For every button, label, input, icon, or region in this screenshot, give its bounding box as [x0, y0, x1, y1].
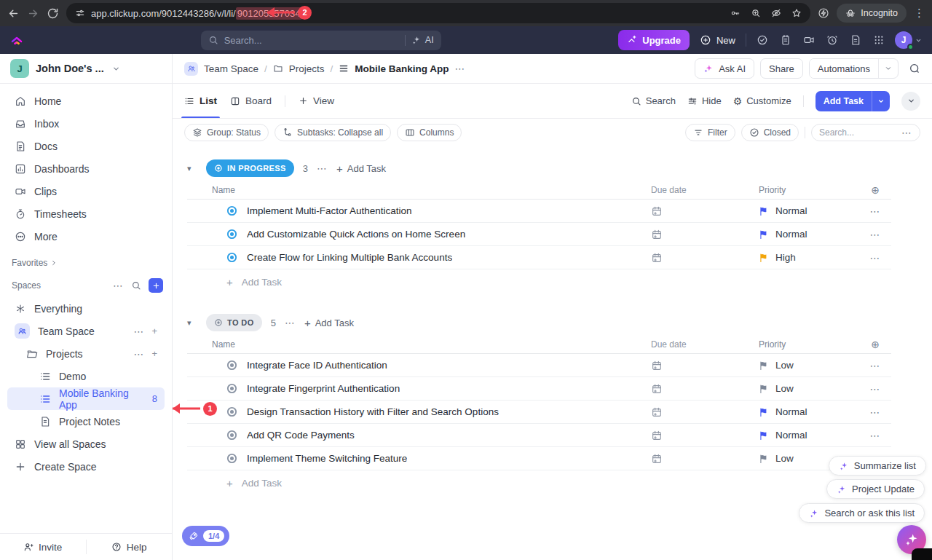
priority-label[interactable]: Normal	[775, 229, 807, 240]
sidebar-item-projects[interactable]: Projects ⋯+	[7, 342, 165, 365]
activity-icon[interactable]	[909, 63, 920, 74]
add-space-button[interactable]	[149, 278, 163, 293]
help-button[interactable]: Help	[87, 534, 173, 560]
breadcrumb-projects[interactable]: Projects	[289, 63, 325, 74]
status-circle[interactable]	[226, 453, 237, 464]
calendar-plus-icon[interactable]	[651, 252, 663, 264]
bookmark-star-icon[interactable]	[791, 8, 802, 18]
add-task-row[interactable]: +Add Task	[187, 269, 891, 294]
calendar-plus-icon[interactable]	[651, 453, 663, 465]
breadcrumb-list-name[interactable]: Mobile Banking App	[355, 63, 449, 74]
avatar[interactable]: J	[895, 31, 912, 49]
status-pill[interactable]: TO DO	[206, 314, 262, 331]
spaces-menu-icon[interactable]: ⋯	[113, 280, 124, 291]
col-due-date[interactable]: Due date	[636, 339, 744, 350]
sidebar-item-dashboards[interactable]: Dashboards	[7, 157, 165, 180]
status-circle[interactable]	[226, 406, 237, 417]
back-icon[interactable]	[7, 7, 20, 20]
add-task-button[interactable]: Add Task	[816, 91, 890, 111]
hide-button[interactable]: Hide	[687, 95, 722, 106]
status-circle[interactable]	[226, 360, 237, 371]
sidebar-item-timesheets[interactable]: Timesheets	[7, 202, 165, 225]
folder-add-icon[interactable]: +	[151, 348, 157, 359]
new-button[interactable]: New	[700, 34, 735, 46]
status-circle[interactable]	[226, 383, 237, 394]
search-or-ask-button[interactable]: Search or ask this list	[799, 503, 925, 523]
table-row[interactable]: Design Transaction History with Filter a…	[187, 401, 891, 424]
folder-menu-icon[interactable]: ⋯	[133, 349, 144, 359]
extension-bolt-icon[interactable]	[818, 7, 829, 19]
columns-pill[interactable]: Columns	[397, 124, 462, 141]
row-menu-icon[interactable]: ⋯	[870, 430, 881, 441]
tab-board[interactable]: Board	[230, 84, 272, 118]
calendar-plus-icon[interactable]	[651, 205, 663, 217]
priority-label[interactable]: Normal	[775, 430, 807, 441]
task-name[interactable]: Add Customizable Quick Actions on Home S…	[247, 229, 465, 240]
group-status-pill[interactable]: Group: Status	[184, 124, 269, 141]
table-row[interactable]: Add QR Code Payments Normal ⋯	[187, 424, 891, 447]
space-menu-icon[interactable]: ⋯	[133, 326, 144, 336]
breadcrumb-team-space[interactable]: Team Space	[204, 63, 258, 74]
group-menu-icon[interactable]: ⋯	[285, 318, 296, 328]
clip-video-icon[interactable]	[803, 34, 815, 46]
task-name[interactable]: Integrate Fingerprint Authentication	[247, 383, 400, 394]
reload-icon[interactable]	[47, 7, 59, 20]
status-pill[interactable]: IN PROGRESS	[206, 159, 294, 177]
priority-label[interactable]: Low	[775, 383, 794, 394]
ai-shortcut[interactable]: AI	[411, 35, 434, 45]
password-key-icon[interactable]	[730, 8, 741, 18]
notepad-icon[interactable]	[780, 34, 791, 46]
summarize-list-button[interactable]: Summarize list	[829, 456, 926, 476]
task-name[interactable]: Implement Multi-Factor Authentication	[247, 205, 412, 216]
global-search-input[interactable]	[224, 35, 399, 46]
add-task-dropdown[interactable]	[872, 91, 890, 111]
sidebar-item-clips[interactable]: Clips	[7, 180, 165, 202]
col-due-date[interactable]: Due date	[636, 185, 744, 195]
row-menu-icon[interactable]: ⋯	[870, 229, 881, 240]
priority-label[interactable]: Low	[775, 453, 794, 464]
group-add-task[interactable]: +Add Task	[336, 162, 386, 175]
view-search-button[interactable]: Search	[631, 95, 676, 106]
row-menu-icon[interactable]: ⋯	[870, 407, 881, 417]
collapse-group-icon[interactable]: ▾	[187, 318, 197, 328]
task-name[interactable]: Implement Theme Switching Feature	[247, 453, 407, 464]
reminder-clock-icon[interactable]	[826, 34, 838, 46]
table-row[interactable]: Integrate Fingerprint Authentication Low…	[187, 377, 891, 401]
status-circle[interactable]	[226, 252, 237, 263]
project-update-button[interactable]: Project Update	[826, 479, 925, 499]
col-priority[interactable]: Priority	[744, 185, 859, 195]
row-menu-icon[interactable]: ⋯	[870, 384, 881, 394]
calendar-plus-icon[interactable]	[651, 406, 663, 418]
row-menu-icon[interactable]: ⋯	[870, 253, 881, 263]
clickup-logo[interactable]	[10, 33, 23, 47]
customize-button[interactable]: ⚙ Customize	[733, 95, 791, 106]
add-task-row[interactable]: +Add Task	[187, 470, 891, 495]
sidebar-item-team-space[interactable]: Team Space ⋯+	[7, 320, 165, 342]
browser-menu-icon[interactable]: ⋮	[914, 7, 925, 20]
table-row[interactable]: Integrate Face ID Authentication Low ⋯	[187, 354, 891, 377]
sidebar-item-docs[interactable]: Docs	[7, 135, 165, 157]
space-add-icon[interactable]: +	[151, 326, 157, 336]
sidebar-item-project-notes[interactable]: Project Notes	[7, 410, 165, 433]
onboarding-progress-pill[interactable]: 1/4	[182, 526, 229, 546]
sidebar-item-demo[interactable]: Demo	[7, 365, 165, 387]
col-name[interactable]: Name	[212, 185, 636, 195]
table-row[interactable]: Add Customizable Quick Actions on Home S…	[187, 223, 891, 246]
priority-label[interactable]: Low	[775, 360, 794, 371]
automations-button[interactable]: Automations	[809, 58, 899, 79]
share-button[interactable]: Share	[760, 58, 803, 79]
upgrade-button[interactable]: Upgrade	[618, 30, 690, 50]
sidebar-item-view-all-spaces[interactable]: View all Spaces	[7, 433, 165, 455]
table-row[interactable]: Implement Multi-Factor Authentication No…	[187, 200, 891, 223]
global-search[interactable]: AI	[201, 31, 441, 50]
sidebar-item-everything[interactable]: Everything	[7, 297, 165, 320]
task-name[interactable]: Create Flow for Linking Multiple Bank Ac…	[247, 252, 452, 263]
automations-label[interactable]: Automations	[810, 59, 878, 78]
calendar-plus-icon[interactable]	[651, 430, 663, 441]
favorites-section[interactable]: Favorites	[0, 248, 172, 269]
add-column-icon[interactable]: ⊕	[859, 339, 891, 350]
col-name[interactable]: Name	[212, 339, 636, 350]
row-menu-icon[interactable]: ⋯	[870, 360, 881, 371]
docs-shortcut-icon[interactable]	[850, 34, 861, 46]
sidebar-item-inbox[interactable]: Inbox	[7, 112, 165, 135]
